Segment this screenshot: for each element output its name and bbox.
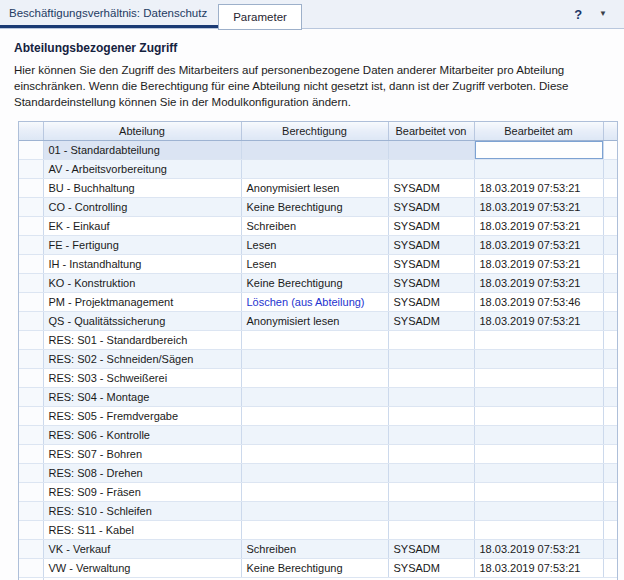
tab-beschaeftigungsverhaeltnis-datenschutz[interactable]: Beschäftigungsverhältnis: Datenschutz (0, 0, 218, 28)
filler-cell[interactable] (603, 159, 617, 178)
cell-abteilung[interactable]: FE - Fertigung (43, 235, 241, 254)
filler-cell[interactable] (603, 178, 617, 197)
row-selector-cell[interactable] (19, 539, 43, 558)
table-row[interactable]: KO - KonstruktionKeine BerechtigungSYSAD… (19, 273, 617, 292)
table-row[interactable]: VK - VerkaufSchreibenSYSADM18.03.2019 07… (19, 539, 617, 558)
filler-cell[interactable] (603, 482, 617, 501)
row-selector-cell[interactable] (19, 349, 43, 368)
cell-bearbeitet-am[interactable] (474, 501, 603, 520)
cell-berechtigung[interactable]: Anonymisiert lesen (241, 178, 388, 197)
cell-abteilung[interactable]: RES: S07 - Bohren (43, 444, 241, 463)
row-selector-cell[interactable] (19, 501, 43, 520)
table-row[interactable]: RES: S07 - Bohren (19, 444, 617, 463)
row-selector-cell[interactable] (19, 558, 43, 577)
row-selector-cell[interactable] (19, 140, 43, 159)
cell-bearbeitet-am[interactable] (474, 425, 603, 444)
filler-cell[interactable] (603, 444, 617, 463)
column-header-berechtigung[interactable]: Berechtigung (241, 122, 388, 140)
column-header-abteilung[interactable]: Abteilung (43, 122, 241, 140)
cell-abteilung[interactable]: PM - Projektmanagement (43, 292, 241, 311)
table-row[interactable]: BU - BuchhaltungAnonymisiert lesenSYSADM… (19, 178, 617, 197)
column-header-bearbeitet-am[interactable]: Bearbeitet am (474, 122, 603, 140)
table-row[interactable]: PM - ProjektmanagementLöschen (aus Abtei… (19, 292, 617, 311)
cell-abteilung[interactable]: RES: S11 - Kabel (43, 520, 241, 539)
cell-abteilung[interactable]: IH - Instandhaltung (43, 254, 241, 273)
cell-abteilung[interactable]: RES: S06 - Kontrolle (43, 425, 241, 444)
cell-bearbeitet-am[interactable]: 18.03.2019 07:53:21 (474, 197, 603, 216)
dropdown-caret-icon[interactable]: ▼ (599, 10, 607, 18)
cell-berechtigung[interactable]: Schreiben (241, 216, 388, 235)
table-row[interactable]: RES: S02 - Schneiden/Sägen (19, 349, 617, 368)
filler-cell[interactable] (603, 406, 617, 425)
cell-abteilung[interactable]: AV - Arbeitsvorbereitung (43, 159, 241, 178)
cell-abteilung[interactable]: EK - Einkauf (43, 216, 241, 235)
filler-cell[interactable] (603, 197, 617, 216)
table-row[interactable]: IH - InstandhaltungLesenSYSADM18.03.2019… (19, 254, 617, 273)
cell-abteilung[interactable]: RES: S05 - Fremdvergabe (43, 406, 241, 425)
row-selector-cell[interactable] (19, 254, 43, 273)
row-selector-cell[interactable] (19, 311, 43, 330)
cell-bearbeitet-von[interactable]: SYSADM (388, 558, 474, 577)
cell-bearbeitet-am[interactable] (474, 444, 603, 463)
cell-berechtigung[interactable]: Keine Berechtigung (241, 197, 388, 216)
row-selector-cell[interactable] (19, 368, 43, 387)
cell-bearbeitet-am[interactable]: 18.03.2019 07:53:21 (474, 539, 603, 558)
cell-bearbeitet-am[interactable] (474, 463, 603, 482)
cell-berechtigung[interactable] (241, 482, 388, 501)
cell-bearbeitet-am[interactable] (474, 387, 603, 406)
cell-berechtigung[interactable]: Keine Berechtigung (241, 273, 388, 292)
cell-bearbeitet-am[interactable]: 18.03.2019 07:53:21 (474, 311, 603, 330)
cell-bearbeitet-von[interactable]: SYSADM (388, 197, 474, 216)
table-row[interactable]: 01 - Standardabteilung (19, 140, 617, 159)
cell-berechtigung[interactable] (241, 520, 388, 539)
table-row[interactable]: QS - QualitätssicherungAnonymisiert lese… (19, 311, 617, 330)
cell-berechtigung[interactable] (241, 387, 388, 406)
cell-berechtigung[interactable] (241, 140, 388, 159)
cell-bearbeitet-von[interactable] (388, 501, 474, 520)
cell-abteilung[interactable]: RES: S03 - Schweißerei (43, 368, 241, 387)
cell-bearbeitet-von[interactable] (388, 406, 474, 425)
cell-bearbeitet-am[interactable] (474, 159, 603, 178)
cell-abteilung[interactable]: BU - Buchhaltung (43, 178, 241, 197)
column-header-bearbeitet-von[interactable]: Bearbeitet von (388, 122, 474, 140)
cell-bearbeitet-von[interactable]: SYSADM (388, 539, 474, 558)
cell-berechtigung[interactable]: Lesen (241, 235, 388, 254)
cell-bearbeitet-am[interactable] (474, 349, 603, 368)
row-selector-cell[interactable] (19, 330, 43, 349)
cell-abteilung[interactable]: KO - Konstruktion (43, 273, 241, 292)
cell-bearbeitet-von[interactable] (388, 140, 474, 159)
cell-berechtigung[interactable] (241, 368, 388, 387)
table-row[interactable]: RES: S06 - Kontrolle (19, 425, 617, 444)
cell-bearbeitet-von[interactable]: SYSADM (388, 254, 474, 273)
row-selector-cell[interactable] (19, 520, 43, 539)
filler-cell[interactable] (603, 501, 617, 520)
filler-cell[interactable] (603, 254, 617, 273)
table-row[interactable]: RES: S08 - Drehen (19, 463, 617, 482)
row-selector-cell[interactable] (19, 406, 43, 425)
filler-cell[interactable] (603, 292, 617, 311)
cell-bearbeitet-am[interactable]: 18.03.2019 07:53:21 (474, 178, 603, 197)
table-row[interactable]: RES: S09 - Fräsen (19, 482, 617, 501)
help-icon[interactable]: ? (574, 7, 582, 22)
row-selector-cell[interactable] (19, 273, 43, 292)
cell-abteilung[interactable]: RES: S02 - Schneiden/Sägen (43, 349, 241, 368)
cell-bearbeitet-von[interactable]: SYSADM (388, 216, 474, 235)
table-row[interactable]: RES: S04 - Montage (19, 387, 617, 406)
cell-berechtigung[interactable] (241, 349, 388, 368)
cell-abteilung[interactable]: 01 - Standardabteilung (43, 140, 241, 159)
filler-cell[interactable] (603, 387, 617, 406)
row-selector-cell[interactable] (19, 178, 43, 197)
filler-cell[interactable] (603, 216, 617, 235)
cell-bearbeitet-am[interactable]: 18.03.2019 07:53:21 (474, 273, 603, 292)
table-row[interactable]: RES: S10 - Schleifen (19, 501, 617, 520)
cell-berechtigung[interactable] (241, 463, 388, 482)
cell-berechtigung[interactable]: Keine Berechtigung (241, 558, 388, 577)
cell-bearbeitet-von[interactable] (388, 368, 474, 387)
cell-bearbeitet-von[interactable]: SYSADM (388, 178, 474, 197)
cell-bearbeitet-von[interactable] (388, 444, 474, 463)
filler-cell[interactable] (603, 330, 617, 349)
filler-cell[interactable] (603, 558, 617, 577)
cell-berechtigung[interactable] (241, 425, 388, 444)
cell-bearbeitet-von[interactable] (388, 349, 474, 368)
table-row[interactable]: AV - Arbeitsvorbereitung (19, 159, 617, 178)
